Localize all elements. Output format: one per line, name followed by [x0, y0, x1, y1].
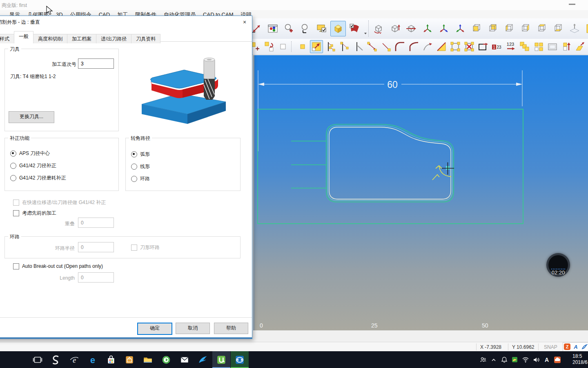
taskbar-edge-icon[interactable]: e	[84, 351, 102, 368]
tab-进/出刀路径[interactable]: 进/出刀路径	[96, 34, 131, 43]
rotate-cube-1-icon[interactable]	[371, 21, 386, 36]
hatch-tri-icon[interactable]	[435, 40, 448, 53]
knife-loop-checkbox[interactable]: 刀形环路	[131, 244, 160, 251]
fillet-icon[interactable]	[393, 40, 406, 53]
skew-par-icon[interactable]	[574, 40, 587, 53]
window-titlebar: 商业版: first	[0, 0, 588, 10]
compensation-option-2[interactable]: G41/42 刀径磨耗补正	[10, 175, 66, 181]
toolbar-overflow-dropdown-icon[interactable]	[363, 20, 369, 37]
taskbar-cad-app-icon[interactable]	[120, 351, 138, 368]
zoom-window-icon[interactable]	[298, 21, 313, 36]
stretch-icon[interactable]	[365, 40, 379, 53]
taskbar-mail-icon[interactable]	[176, 351, 194, 368]
change-tool-button[interactable]: 更换刀具...	[9, 111, 54, 123]
trim-single-icon[interactable]	[338, 40, 351, 53]
corner-option-0[interactable]: 弧形	[131, 151, 150, 157]
compensation-option-1[interactable]: G41/42 刀径补正	[10, 162, 56, 169]
tab-加工档案[interactable]: 加工档案	[67, 34, 96, 43]
seq-first-icon[interactable]: 123	[490, 40, 503, 53]
tray-volume-icon[interactable]	[532, 355, 541, 364]
chamfer-icon[interactable]	[407, 40, 420, 53]
face-top-icon[interactable]	[534, 21, 550, 36]
palette-icon[interactable]	[265, 21, 281, 36]
rapid-compensation-checkbox[interactable]: 在快速位移进/出刀路径做 G41/42 补正	[13, 199, 106, 206]
arc-dir-icon[interactable]	[421, 40, 434, 53]
close-icon[interactable]: ×	[240, 18, 249, 27]
move-drag-icon[interactable]	[310, 40, 323, 53]
corner-option-2[interactable]: 环路	[131, 175, 150, 182]
taskbar-teamviewer-icon[interactable]	[231, 351, 249, 368]
rotate-cube-2-icon[interactable]	[387, 21, 403, 36]
taskbar-green-app-icon[interactable]	[157, 351, 175, 368]
recording-timer-overlay[interactable]: 02:20	[546, 253, 570, 277]
taskbar-task-view-icon[interactable]	[29, 351, 47, 368]
pass-number-input[interactable]	[78, 58, 114, 69]
length-input[interactable]	[78, 272, 114, 283]
statusbar-pen-swoosh-icon[interactable]	[581, 343, 588, 351]
face-back-icon[interactable]	[485, 21, 501, 36]
undo-points-icon[interactable]	[263, 40, 276, 53]
contour-arrow-icon[interactable]	[477, 40, 490, 53]
tab-样式[interactable]: 样式	[0, 34, 14, 43]
tab-一般[interactable]: 一般	[14, 31, 33, 42]
taskbar-store-icon[interactable]	[102, 351, 120, 368]
corner-option-1[interactable]: 线形	[131, 163, 150, 170]
frame-rect-icon[interactable]	[546, 40, 559, 53]
overlap-input[interactable]	[78, 218, 114, 228]
drawing-viewport[interactable]: 60 0 25 50	[253, 55, 588, 330]
ok-button[interactable]: 确定	[137, 323, 172, 335]
select-handles-icon[interactable]	[449, 40, 462, 53]
axis-1-icon[interactable]	[420, 21, 435, 36]
taskbar-bird-app-icon[interactable]	[194, 351, 212, 368]
loop-radius-input[interactable]	[78, 242, 114, 252]
compensation-option-0[interactable]: APS 刀径中心	[10, 150, 50, 157]
column-sort-icon[interactable]	[560, 40, 573, 53]
auto-breakout-checkbox[interactable]: Auto Break-out cut (Open paths only)	[13, 263, 103, 269]
fill-rect-icon[interactable]	[583, 21, 588, 36]
plane-axis-icon[interactable]	[567, 21, 582, 36]
delete-selection-icon[interactable]	[463, 40, 476, 53]
toolpath-verify-icon[interactable]	[347, 21, 362, 36]
face-front-icon[interactable]	[469, 21, 484, 36]
seq-renumber-icon[interactable]: 123	[504, 40, 517, 53]
verify-screen-icon[interactable]	[314, 21, 330, 36]
axis-2-icon[interactable]	[436, 21, 452, 36]
small-square-icon[interactable]	[296, 40, 309, 53]
tray-tray-color-icon[interactable]	[510, 355, 519, 364]
taskbar-internet-explorer-icon[interactable]: e	[65, 351, 83, 368]
line-handle-icon[interactable]	[379, 40, 392, 53]
face-bottom-icon[interactable]	[550, 21, 566, 36]
taskbar-u-app-icon[interactable]	[212, 351, 230, 368]
window-title: 商业版: first	[2, 2, 27, 9]
copy-cascade-icon[interactable]	[518, 40, 531, 53]
taskbar-file-explorer-icon[interactable]	[139, 351, 157, 368]
tray-ime-a-icon[interactable]: A	[542, 355, 551, 364]
shade-cube-icon[interactable]	[330, 21, 346, 36]
break-line-icon[interactable]	[352, 40, 365, 53]
face-left-icon[interactable]	[501, 21, 517, 36]
cancel-button[interactable]: 取消	[176, 323, 210, 334]
tray-people-icon[interactable]	[479, 355, 488, 364]
face-right-icon[interactable]	[518, 21, 533, 36]
white-square-icon[interactable]	[276, 40, 290, 53]
zoom-in-icon[interactable]	[281, 21, 297, 36]
pattern-grid-icon[interactable]	[532, 40, 545, 53]
statusbar-ime-blue-a-icon[interactable]: A	[572, 343, 579, 351]
help-button[interactable]: 帮助	[214, 323, 248, 334]
loop-radius-label: 环路半径	[42, 245, 75, 252]
taskbar-browser-360-icon[interactable]	[47, 351, 65, 368]
tab-高度和切削[interactable]: 高度和切削	[33, 34, 67, 43]
tray-wifi-icon[interactable]	[521, 355, 530, 364]
rotate-cube-3-icon[interactable]	[403, 21, 419, 36]
snap-toggle[interactable]: SNAP	[544, 344, 557, 350]
statusbar-z-badge-icon[interactable]: Z	[564, 343, 570, 351]
tray-bell-icon[interactable]	[500, 355, 509, 364]
minimize-icon[interactable]	[569, 4, 575, 5]
trim-multi-icon[interactable]	[324, 40, 337, 53]
previous-machining-checkbox[interactable]: 考虑先前的加工	[13, 210, 56, 216]
tray-chevron-up-icon[interactable]	[489, 355, 498, 364]
tray-cloud-orange-icon[interactable]	[553, 355, 562, 364]
taskbar-clock[interactable]: 18:5 2018/6	[572, 353, 588, 366]
tab-刀具资料[interactable]: 刀具资料	[131, 34, 160, 43]
axis-3-icon[interactable]	[452, 21, 468, 36]
